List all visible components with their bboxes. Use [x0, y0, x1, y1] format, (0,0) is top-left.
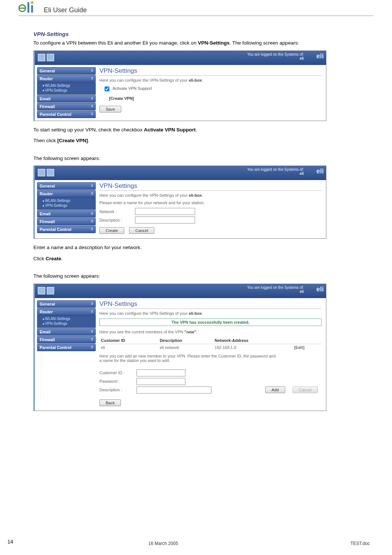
sidebar-item-email[interactable]: Email [37, 210, 96, 218]
screenshot-3: You are logged on the Systems of: eli el… [33, 284, 326, 411]
create-button[interactable]: Create [99, 227, 124, 234]
back-button[interactable]: Back [99, 399, 121, 406]
screenshot-2: You are logged on the Systems of: eli el… [33, 166, 326, 239]
customer-id-input[interactable] [136, 369, 185, 376]
col-description: Description [158, 337, 213, 344]
col-customer-id: Customer ID [99, 337, 158, 344]
activate-vpn-label: Activate VPN Support [112, 86, 152, 91]
description-input[interactable] [135, 216, 195, 223]
lead-3: The following screen appears: [33, 272, 373, 280]
intro-paragraph: To configure a VPN between this Eli and … [33, 39, 373, 47]
sidebar-item-firewall[interactable]: Firewall [37, 336, 96, 343]
members-table: Customer ID Description Network-Address … [99, 337, 322, 351]
sidebar-subitem-vpn[interactable]: VPN-Settings [43, 88, 94, 93]
sidebar-item-email[interactable]: Email [37, 328, 96, 336]
sidebar-item-parental[interactable]: Parental Control [37, 344, 96, 351]
sidebar-item-parental[interactable]: Parental Control [37, 111, 96, 118]
add-button[interactable]: Add [265, 386, 285, 393]
sidebar-item-general[interactable]: General [37, 67, 96, 75]
sidebar-item-email[interactable]: Email [37, 95, 96, 102]
svg-rect-2 [27, 2, 29, 13]
sidebar-item-router[interactable]: Router [37, 308, 96, 316]
section-heading: VPN-Settings [33, 31, 373, 37]
sidebar-item-router[interactable]: Router [37, 75, 96, 82]
sidebar-subitem-vpn[interactable]: VPN-Settings [43, 321, 94, 326]
password-input[interactable] [136, 378, 185, 385]
brand-icon: eli [316, 285, 324, 293]
description-label-2: Description : [99, 388, 133, 392]
sidebar-item-general[interactable]: General [37, 182, 96, 190]
svg-point-4 [31, 1, 33, 4]
table-row: eli eli network 192.168.1.0 [Edit] [99, 344, 322, 351]
sidebar-subitem-vpn[interactable]: VPN-Settings [43, 203, 94, 208]
screenshot-1: You are logged on the Systems of: eli el… [33, 50, 326, 121]
instruction-click-create: Click Create. [33, 255, 373, 262]
page-header: Eli User Guide [19, 0, 373, 16]
create-vpn-link[interactable]: [Create VPN] [109, 96, 322, 101]
footer-filename: TEST.doc [350, 541, 370, 546]
description-input-2[interactable] [136, 386, 211, 394]
sidebar-item-router[interactable]: Router [37, 190, 96, 197]
svg-rect-3 [31, 5, 33, 13]
activate-vpn-checkbox[interactable] [105, 86, 109, 91]
brand-icon: eli [316, 167, 324, 175]
cancel-button[interactable]: Cancel [129, 227, 154, 234]
sidebar-item-firewall[interactable]: Firewall [37, 103, 96, 110]
network-label: Network : [99, 209, 133, 214]
eli-logo-icon [19, 0, 41, 14]
edit-link[interactable]: [Edit] [293, 344, 322, 351]
sidebar-subitem-wlan[interactable]: WLAN-Settings [43, 198, 94, 203]
panel-title: VPN-Settings [99, 182, 322, 191]
cancel-button-2[interactable]: Cancel [293, 386, 318, 393]
brand-icon: eli [316, 52, 324, 60]
sidebar-subitem-wlan[interactable]: WLAN-Settings [43, 316, 94, 321]
instruction-enter-name: Enter a name and a description for your … [33, 244, 373, 251]
description-label: Description : [99, 218, 133, 222]
customer-id-label: Customer ID : [99, 370, 133, 375]
sidebar-subitem-wlan[interactable]: WLAN-Settings [43, 83, 94, 88]
col-network: Network-Address [213, 337, 293, 344]
lead-2: The following screen appears: [33, 155, 373, 162]
password-label: Password : [99, 379, 133, 383]
network-input[interactable] [135, 208, 195, 215]
sidebar-item-parental[interactable]: Parental Control [37, 226, 96, 233]
header-title: Eli User Guide [44, 6, 87, 14]
instruction-activate: To start setting up your VPN, check the … [33, 126, 373, 134]
sidebar-item-firewall[interactable]: Firewall [37, 218, 96, 225]
save-button[interactable]: Save [99, 106, 121, 112]
panel-title: VPN-Settings [99, 67, 322, 76]
sidebar-item-general[interactable]: General [37, 300, 96, 308]
instruction-create-click: Then click [Create VPN]. [33, 137, 373, 144]
panel-title: VPN-Settings [99, 300, 322, 309]
footer-date: 16 March 2005 [148, 541, 178, 546]
success-message: The VPN has successfully been created. [99, 319, 322, 326]
